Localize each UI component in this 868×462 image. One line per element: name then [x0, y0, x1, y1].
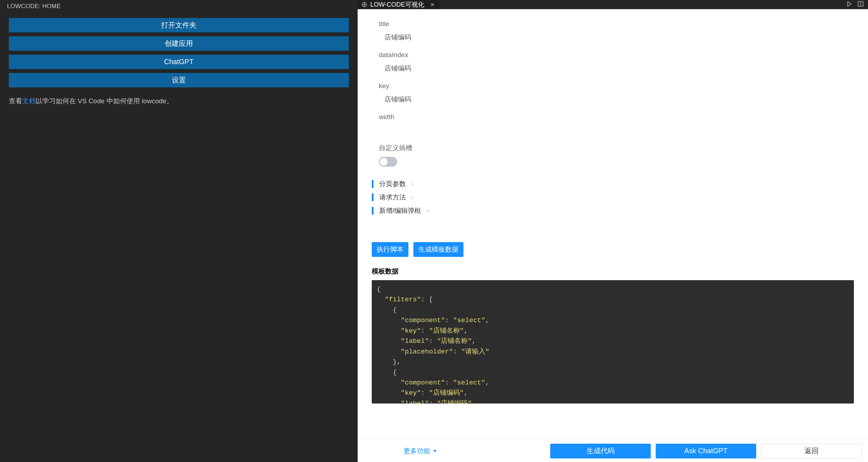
template-data-heading: 模板数据 — [358, 263, 868, 280]
slot-label: 自定义插槽 — [379, 143, 847, 153]
more-label: 更多功能 — [403, 446, 430, 456]
chevron-right-icon: › — [412, 194, 413, 201]
chevron-right-icon: › — [427, 208, 429, 214]
dataindex-value[interactable]: 店铺编码 — [379, 59, 847, 80]
tab-label: LOW-CODE可视化 — [370, 0, 424, 9]
section-label: 新增/编辑弹框 — [379, 206, 421, 215]
tab-bar: LOW-CODE可视化 — [358, 0, 868, 9]
sidebar-button-stack: 打开文件夹 创建应用 ChatGPT 设置 — [0, 11, 358, 90]
title-value[interactable]: 店铺编码 — [379, 28, 847, 49]
footer-bar: 更多功能 生成代码 Ask ChatGPT 返回 — [358, 439, 868, 462]
key-label: key — [379, 82, 847, 90]
chevron-right-icon: › — [412, 181, 413, 187]
width-value[interactable] — [379, 121, 847, 133]
dataindex-label: dataIndex — [379, 51, 847, 59]
form-scroll[interactable]: title 店铺编码 dataIndex 店铺编码 key 店铺编码 width… — [358, 9, 868, 439]
title-label: title — [379, 20, 847, 28]
section-pagination[interactable]: 分页参数 › — [372, 177, 854, 191]
section-label: 请求方法 — [379, 193, 406, 202]
run-icon[interactable] — [846, 1, 852, 8]
accent-bar-icon — [372, 207, 374, 215]
run-script-button[interactable]: 执行脚本 — [372, 242, 408, 257]
section-request-method[interactable]: 请求方法 › — [372, 191, 854, 204]
script-actions: 执行脚本 生成模板数据 — [358, 224, 868, 263]
settings-button[interactable]: 设置 — [9, 73, 349, 87]
open-folder-button[interactable]: 打开文件夹 — [9, 18, 349, 32]
template-data-code[interactable]: { "filters": [ { "component": "select", … — [372, 280, 854, 404]
width-label: width — [379, 113, 847, 121]
chatgpt-button[interactable]: ChatGPT — [9, 55, 349, 69]
ask-chatgpt-button[interactable]: Ask ChatGPT — [656, 444, 756, 458]
section-edit-dialog[interactable]: 新增/编辑弹框 › — [372, 204, 854, 217]
create-app-button[interactable]: 创建应用 — [9, 36, 349, 51]
tab-lowcode-visual[interactable]: LOW-CODE可视化 — [358, 0, 439, 9]
doc-link[interactable]: 文档 — [22, 97, 36, 105]
collapsible-list: 分页参数 › 请求方法 › 新增/编辑弹框 › — [358, 177, 868, 224]
globe-icon — [361, 1, 368, 8]
generate-code-button[interactable]: 生成代码 — [550, 444, 651, 458]
key-value[interactable]: 店铺编码 — [379, 90, 847, 111]
doc-suffix: 以学习如何在 VS Code 中如何使用 lowcode。 — [36, 97, 173, 105]
home-sidebar: LOWCODE: HOME 打开文件夹 创建应用 ChatGPT 设置 查看文档… — [0, 0, 358, 462]
accent-bar-icon — [372, 193, 374, 201]
doc-prefix: 查看 — [9, 97, 22, 105]
section-label: 分页参数 — [379, 179, 406, 189]
split-editor-icon[interactable] — [857, 1, 864, 8]
editor-panel: LOW-CODE可视化 title 店铺编码 dataIndex 店铺编码 ke… — [358, 0, 868, 462]
column-form: title 店铺编码 dataIndex 店铺编码 key 店铺编码 width… — [358, 9, 868, 177]
custom-slot-toggle[interactable] — [379, 157, 397, 167]
accent-bar-icon — [372, 180, 374, 188]
back-button[interactable]: 返回 — [761, 444, 862, 458]
gen-template-data-button[interactable]: 生成模板数据 — [413, 242, 463, 257]
doc-help-text: 查看文档以学习如何在 VS Code 中如何使用 lowcode。 — [0, 90, 358, 112]
close-icon[interactable] — [429, 1, 436, 8]
sidebar-title: LOWCODE: HOME — [0, 0, 358, 11]
more-features-link[interactable]: 更多功能 — [358, 446, 437, 456]
editor-actions — [846, 0, 868, 9]
